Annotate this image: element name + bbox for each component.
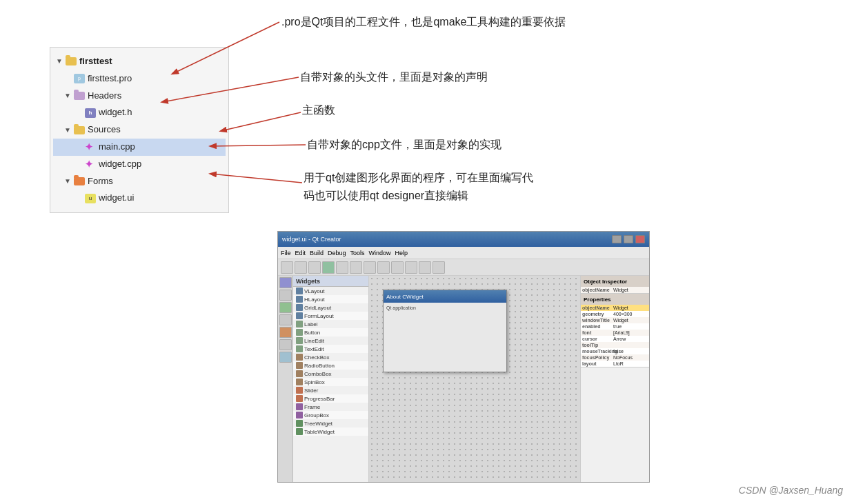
tb-btn-3[interactable] xyxy=(308,261,321,274)
tree-item-widget-ui[interactable]: u widget.ui xyxy=(53,190,226,207)
widget-item-gridlayout[interactable]: GridLayout xyxy=(293,303,368,312)
tb-btn-4[interactable] xyxy=(322,261,335,274)
menu-tools[interactable]: Tools xyxy=(350,250,365,256)
tb-btn-7[interactable] xyxy=(364,261,376,274)
qt-prop-layout: layoutLtoR xyxy=(581,361,649,367)
annotation-cpp: 自带对象的cpp文件，里面是对象的实现 xyxy=(307,137,502,153)
widget-item-radio[interactable]: RadioButton xyxy=(293,361,368,370)
qt-prop-focus: focusPolicyNoFocus xyxy=(581,354,649,361)
left-btn-6[interactable] xyxy=(279,339,292,350)
tree-item-widget-cpp[interactable]: ✦ widget.cpp xyxy=(53,156,226,173)
qt-properties-header: Properties xyxy=(581,294,649,305)
widget-item-combobox[interactable]: ComboBox xyxy=(293,370,368,378)
tb-btn-2[interactable] xyxy=(295,261,307,274)
widget-item-checkbox[interactable]: CheckBox xyxy=(293,353,368,361)
menu-edit[interactable]: Edit xyxy=(295,250,306,256)
pro-file-label: firsttest.pro xyxy=(88,72,132,86)
toggle-root[interactable]: ▼ xyxy=(56,56,64,67)
qt-titlebar: widget.ui - Qt Creator xyxy=(278,232,649,247)
qt-property-editor: Properties objectNameWidget geometry400×… xyxy=(581,294,649,367)
tb-btn-5[interactable] xyxy=(336,261,348,274)
annotation-header: 自带对象的头文件，里面是对象的声明 xyxy=(300,69,488,85)
widget-item-treewidget[interactable]: TreeWidget xyxy=(293,419,368,427)
widget-item-textedit[interactable]: TextEdit xyxy=(293,345,368,353)
tb-btn-12[interactable] xyxy=(433,261,445,274)
qt-inspector-obj: objectNameWidget xyxy=(581,287,649,293)
qt-prop-cursor: cursorArrow xyxy=(581,336,649,342)
qt-right-header-inspector: Object Inspector xyxy=(581,276,649,287)
qt-widget-panel-header: Widgets xyxy=(293,276,368,287)
qt-prop-font: font[Arial,9] xyxy=(581,330,649,336)
qt-widget-preview[interactable]: About CWidget Qt application xyxy=(383,290,507,372)
h-file-icon: h xyxy=(85,108,96,118)
widget-item-button[interactable]: Button xyxy=(293,328,368,336)
left-btn-3[interactable] xyxy=(279,302,292,313)
menu-build[interactable]: Build xyxy=(310,250,324,256)
toggle-forms[interactable]: ▼ xyxy=(64,176,72,187)
tb-btn-8[interactable] xyxy=(377,261,390,274)
tree-root-label: firsttest xyxy=(79,54,112,69)
main-cpp-label: main.cpp xyxy=(99,140,135,154)
qt-widget-panel: Widgets VLayout HLayout GridLayout FormL… xyxy=(293,276,369,482)
widget-item-frame[interactable]: Frame xyxy=(293,403,368,411)
widget-item-label[interactable]: Label xyxy=(293,320,368,328)
qt-statusbar: Row 1, Col 1 widget.ui Insert xyxy=(278,482,649,483)
widget-cpp-icon: ✦ xyxy=(85,159,96,169)
menu-help[interactable]: Help xyxy=(395,250,408,256)
ui-file-icon: u xyxy=(85,194,96,203)
tb-btn-10[interactable] xyxy=(405,261,417,274)
qt-canvas: About CWidget Qt application xyxy=(369,276,580,482)
tb-btn-6[interactable] xyxy=(350,261,362,274)
qt-canvas-grid: About CWidget Qt application xyxy=(369,276,580,482)
widget-item-lineedit[interactable]: LineEdit xyxy=(293,336,368,345)
left-btn-1[interactable] xyxy=(279,277,292,288)
qt-preview-title: About CWidget xyxy=(384,290,506,303)
qt-prop-enabled: enabledtrue xyxy=(581,323,649,330)
tree-item-pro[interactable]: p firsttest.pro xyxy=(53,70,226,88)
widget-item-tablewidget[interactable]: TableWidget xyxy=(293,427,368,436)
qt-toolbar xyxy=(278,259,649,276)
folder-icon-headers xyxy=(74,92,85,100)
tree-root[interactable]: ▼ firsttest xyxy=(53,53,226,70)
tree-item-headers[interactable]: ▼ Headers xyxy=(53,88,226,105)
widget-item-groupbox[interactable]: GroupBox xyxy=(293,411,368,419)
qt-title-text: widget.ui - Qt Creator xyxy=(282,236,341,243)
widget-item-progressbar[interactable]: ProgressBar xyxy=(293,394,368,403)
qt-maximize-btn[interactable] xyxy=(624,235,633,243)
tb-btn-11[interactable] xyxy=(419,261,431,274)
headers-folder-label: Headers xyxy=(88,89,121,103)
folder-icon-sources xyxy=(74,126,85,134)
left-btn-5[interactable] xyxy=(279,327,292,338)
widget-item-formlayout[interactable]: FormLayout xyxy=(293,312,368,320)
menu-debug[interactable]: Debug xyxy=(328,250,346,256)
menu-file[interactable]: File xyxy=(281,250,291,256)
widget-item-spinbox[interactable]: SpinBox xyxy=(293,378,368,386)
annotation-ui: 用于qt创建图形化界面的程序，可在里面编写代码也可以使用qt designer直… xyxy=(304,169,533,204)
left-btn-7[interactable] xyxy=(279,352,292,363)
qt-minimize-btn[interactable] xyxy=(612,235,622,243)
tb-btn-9[interactable] xyxy=(391,261,404,274)
qt-prop-objectname: objectNameWidget xyxy=(581,305,649,311)
tb-btn-1[interactable] xyxy=(281,261,293,274)
qt-close-btn[interactable] xyxy=(635,235,645,243)
qt-menubar: File Edit Build Debug Tools Window Help xyxy=(278,247,649,259)
qt-titlebar-buttons[interactable] xyxy=(612,235,645,243)
toggle-sources[interactable]: ▼ xyxy=(64,125,72,136)
annotation-pro: .pro是Qt项目的工程文件，也是qmake工具构建的重要依据 xyxy=(281,14,566,30)
widget-item-slider[interactable]: Slider xyxy=(293,386,368,394)
qt-prop-geometry: geometry400×300 xyxy=(581,311,649,317)
menu-window[interactable]: Window xyxy=(369,250,391,256)
tree-item-forms[interactable]: ▼ Forms xyxy=(53,173,226,190)
toggle-headers[interactable]: ▼ xyxy=(64,90,72,101)
tree-item-sources[interactable]: ▼ Sources xyxy=(53,121,226,139)
sources-folder-label: Sources xyxy=(88,123,121,137)
file-tree: ▼ firsttest p firsttest.pro ▼ Headers h … xyxy=(50,47,229,213)
tree-item-main-cpp[interactable]: ✦ main.cpp xyxy=(53,139,226,156)
tree-item-widget-h[interactable]: h widget.h xyxy=(53,104,226,121)
widget-item-hlayout[interactable]: HLayout xyxy=(293,295,368,303)
left-btn-4[interactable] xyxy=(279,314,292,325)
main-cpp-icon: ✦ xyxy=(85,142,96,152)
qt-body: Widgets VLayout HLayout GridLayout FormL… xyxy=(278,276,649,482)
left-btn-2[interactable] xyxy=(279,290,292,301)
widget-item-vlayout[interactable]: VLayout xyxy=(293,287,368,295)
